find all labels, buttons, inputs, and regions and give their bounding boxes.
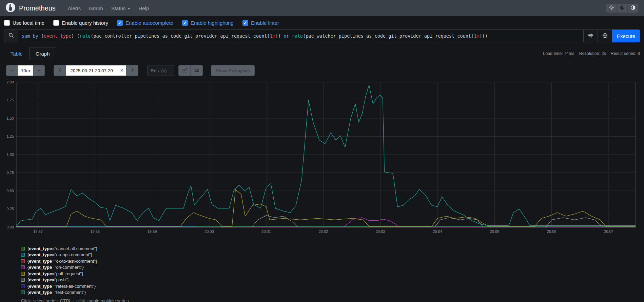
theme-button-group bbox=[606, 4, 639, 13]
legend-label: {event_type="retest-all-comment"} bbox=[27, 284, 96, 289]
search-addon bbox=[4, 29, 18, 42]
execute-button[interactable]: Execute bbox=[612, 29, 640, 42]
nav-link-graph[interactable]: Graph bbox=[85, 3, 106, 14]
prometheus-logo-icon bbox=[5, 2, 16, 14]
query-token: rate bbox=[292, 33, 303, 39]
svg-text:20:07: 20:07 bbox=[604, 229, 613, 234]
svg-text:0.75: 0.75 bbox=[7, 170, 14, 175]
resolution-input[interactable] bbox=[147, 65, 174, 76]
checkbox-unchecked-icon[interactable] bbox=[4, 20, 10, 26]
legend-swatch-icon bbox=[21, 284, 25, 288]
time-nav-group: × bbox=[54, 65, 138, 76]
metrics-explorer-button[interactable] bbox=[598, 29, 612, 42]
gear-icon bbox=[609, 5, 614, 11]
chevron-down-icon bbox=[128, 8, 130, 9]
graph-controls-row: − + × bbox=[0, 60, 644, 77]
line-chart-icon bbox=[182, 67, 187, 74]
query-token: ) ( bbox=[71, 33, 79, 39]
query-token: pac_controller_pipelines_as_code_git_pro… bbox=[93, 33, 267, 39]
tab-table[interactable]: Table bbox=[4, 47, 29, 60]
svg-text:1.50: 1.50 bbox=[7, 116, 14, 120]
query-token: pac_watcher_pipelines_as_code_git_provid… bbox=[306, 33, 471, 39]
legend-item-test-comment[interactable]: {event_type="test-comment"} bbox=[21, 289, 644, 296]
query-expression-input[interactable]: sum by (event_type) (rate(pac_controller… bbox=[18, 29, 584, 42]
query-token bbox=[289, 33, 292, 39]
globe-icon bbox=[602, 33, 608, 39]
line-chart-toggle[interactable] bbox=[178, 65, 191, 76]
legend-item-retest-all-comment[interactable]: {event_type="retest-all-comment"} bbox=[21, 283, 644, 289]
query-token: ( bbox=[91, 33, 93, 39]
checkbox-checked-icon[interactable]: ✓ bbox=[182, 20, 188, 26]
svg-text:19:57: 19:57 bbox=[33, 229, 43, 234]
legend-label: {event_type="cancel-all-comment"} bbox=[27, 246, 97, 251]
nav-link-alerts[interactable]: Alerts bbox=[64, 3, 84, 14]
legend-item-no-ops-comment[interactable]: {event_type="no-ops-comment"} bbox=[21, 252, 644, 258]
series-line-pull_request bbox=[16, 189, 636, 226]
query-stats: Load time: 74ms Resolution: 2s Result se… bbox=[543, 51, 640, 60]
legend-label: {event_type="pull_request"} bbox=[27, 271, 83, 276]
contrast-icon bbox=[630, 5, 636, 11]
option-enable-query-history[interactable]: Enable query history bbox=[53, 20, 108, 26]
tab-graph[interactable]: Graph bbox=[29, 47, 56, 60]
option-use-local-time[interactable]: Use local time bbox=[4, 20, 44, 26]
svg-text:0.50: 0.50 bbox=[7, 189, 14, 193]
next-time-button[interactable] bbox=[126, 65, 138, 76]
moon-icon bbox=[620, 5, 625, 11]
legend-item-ok-to-test-comment[interactable]: {event_type="ok-to-test-comment"} bbox=[21, 258, 644, 264]
legend-label: {event_type="test-comment"} bbox=[27, 290, 86, 295]
checkbox-checked-icon[interactable]: ✓ bbox=[242, 20, 248, 26]
legend-swatch-icon bbox=[21, 265, 25, 269]
auto-theme-button[interactable] bbox=[628, 4, 639, 13]
time-series-chart[interactable]: 0.000.250.500.751.001.251.501.752.0019:5… bbox=[4, 80, 639, 237]
legend-swatch-icon bbox=[21, 290, 25, 294]
series-line-no-ops-comment bbox=[16, 85, 636, 226]
svg-text:1.00: 1.00 bbox=[7, 153, 14, 157]
svg-text:1.75: 1.75 bbox=[7, 98, 14, 102]
stacked-chart-toggle[interactable] bbox=[191, 65, 203, 76]
legend-swatch-icon bbox=[21, 259, 25, 263]
svg-text:1.25: 1.25 bbox=[7, 134, 14, 138]
app-title: Prometheus bbox=[19, 4, 56, 12]
legend-item-push[interactable]: {event_type="push"} bbox=[21, 277, 644, 283]
brand[interactable]: Prometheus bbox=[5, 2, 56, 14]
decrease-range-button[interactable]: − bbox=[6, 65, 18, 76]
query-token: [ bbox=[471, 33, 474, 39]
top-navbar: Prometheus AlertsGraphStatusHelp bbox=[0, 0, 644, 16]
resolution-stat: Resolution: 2s bbox=[579, 51, 606, 56]
option-enable-linter[interactable]: ✓Enable linter bbox=[242, 20, 279, 26]
chevron-left-icon bbox=[58, 67, 61, 74]
range-input[interactable] bbox=[18, 65, 33, 76]
legend-item-on-comment[interactable]: {event_type="on-comment"} bbox=[21, 264, 644, 271]
svg-text:20:02: 20:02 bbox=[319, 229, 328, 234]
query-token: or bbox=[284, 33, 289, 39]
previous-time-button[interactable] bbox=[54, 65, 66, 76]
nav-link-help[interactable]: Help bbox=[135, 3, 152, 14]
query-tree-button[interactable] bbox=[584, 29, 598, 42]
query-token: by bbox=[33, 33, 38, 39]
legend-item-cancel-all-comment[interactable]: {event_type="cancel-all-comment"} bbox=[21, 245, 644, 252]
query-token bbox=[30, 33, 33, 39]
settings-button[interactable] bbox=[606, 4, 617, 13]
query-token: rate bbox=[80, 33, 91, 39]
svg-text:0.25: 0.25 bbox=[7, 207, 14, 211]
checkbox-checked-icon[interactable]: ✓ bbox=[117, 20, 123, 26]
checkbox-unchecked-icon[interactable] bbox=[53, 20, 59, 26]
nav-link-status[interactable]: Status bbox=[108, 3, 134, 14]
svg-text:20:06: 20:06 bbox=[547, 229, 557, 234]
legend-hint: Click: select series, CTRL + click: togg… bbox=[0, 296, 644, 302]
clear-time-button[interactable]: × bbox=[117, 65, 126, 76]
datetime-box: × bbox=[66, 65, 126, 76]
show-exemplars-button[interactable]: Show Exemplars bbox=[211, 65, 255, 76]
svg-text:20:05: 20:05 bbox=[490, 229, 500, 234]
main-nav: AlertsGraphStatusHelp bbox=[64, 3, 606, 14]
legend-label: {event_type="push"} bbox=[27, 277, 69, 282]
increase-range-button[interactable]: + bbox=[33, 65, 45, 76]
end-time-input[interactable] bbox=[66, 65, 117, 76]
dark-theme-button[interactable] bbox=[617, 4, 628, 13]
query-token: ( bbox=[303, 33, 306, 39]
legend-item-pull_request[interactable]: {event_type="pull_request"} bbox=[21, 270, 644, 277]
option-label: Enable highlighting bbox=[191, 20, 234, 26]
option-enable-highlighting[interactable]: ✓Enable highlighting bbox=[182, 20, 234, 26]
option-enable-autocomplete[interactable]: ✓Enable autocomplete bbox=[117, 20, 173, 26]
load-time-stat: Load time: 74ms bbox=[543, 51, 574, 56]
